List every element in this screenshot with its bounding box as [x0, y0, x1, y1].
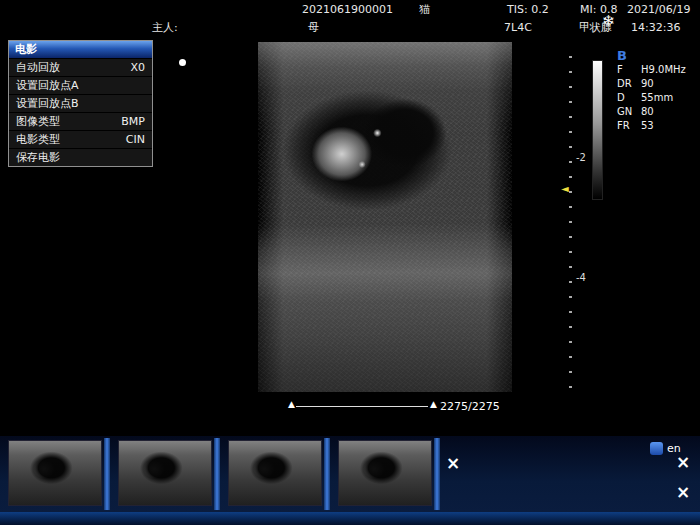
param-value: H9.0MHz [641, 64, 686, 75]
menu-item-auto-playback[interactable]: 自动回放 X0 [9, 58, 152, 76]
ultrasound-image[interactable] [258, 42, 512, 392]
menu-item-cine-type[interactable]: 电影类型 CIN [9, 130, 152, 148]
param-value: 53 [641, 120, 654, 131]
menu-item-image-type[interactable]: 图像类型 BMP [9, 112, 152, 130]
thumbnail-divider [104, 438, 110, 510]
menu-item-set-point-a[interactable]: 设置回放点A [9, 76, 152, 94]
thumbnail-divider [214, 438, 220, 510]
focus-marker-icon: ◄ [561, 184, 569, 194]
menu-item-label: 设置回放点B [16, 95, 79, 112]
param-frequency: F H9.0MHz [617, 64, 686, 75]
menu-item-label: 图像类型 [16, 113, 60, 130]
owner-label: 主人: [152, 22, 178, 34]
playback-start-marker-icon: ▲ [288, 400, 295, 409]
measurement-cursor-dot [179, 59, 186, 66]
param-label: D [617, 92, 641, 103]
param-value: 55mm [641, 92, 673, 103]
menu-item-save-cine[interactable]: 保存电影 [9, 148, 152, 166]
thumbnail-2[interactable] [118, 440, 212, 506]
menu-item-value: BMP [121, 113, 145, 130]
gender-label: 母 [308, 22, 319, 34]
thumbnail-divider [324, 438, 330, 510]
param-label: GN [617, 106, 641, 117]
depth-ruler [569, 56, 572, 388]
depth-label-4: -4 [576, 272, 586, 283]
cine-menu: 电影 自动回放 X0 设置回放点A 设置回放点B 图像类型 BMP 电影类型 C… [8, 40, 153, 167]
thumbnail-divider [434, 438, 440, 510]
tis-value: TIS: 0.2 [507, 4, 549, 16]
param-label: DR [617, 78, 641, 89]
species-label: 猫 [419, 4, 430, 16]
param-frame-rate: FR 53 [617, 120, 654, 131]
probe-label: 7L4C [504, 22, 532, 34]
playback-progress-bar[interactable] [296, 406, 428, 407]
thumbnail-4[interactable] [338, 440, 432, 506]
cine-menu-title: 电影 [9, 41, 152, 58]
param-gain: GN 80 [617, 106, 654, 117]
param-depth: D 55mm [617, 92, 673, 103]
time-label: 14:32:36 [631, 22, 680, 34]
param-value: 80 [641, 106, 654, 117]
close-icon-2[interactable]: × [676, 484, 690, 500]
param-label: F [617, 64, 641, 75]
thumbnail-1[interactable] [8, 440, 102, 506]
close-icon[interactable]: × [676, 454, 690, 470]
menu-item-label: 设置回放点A [16, 77, 79, 94]
thumbnail-3[interactable] [228, 440, 322, 506]
freeze-icon: ❄ [602, 12, 615, 30]
menu-item-label: 自动回放 [16, 59, 60, 76]
frame-counter: 2275/2275 [440, 400, 500, 413]
bottom-status-bar [0, 512, 700, 525]
depth-label-2: -2 [576, 152, 586, 163]
menu-item-value: X0 [130, 59, 145, 76]
playback-position-marker-icon: ▲ [430, 400, 437, 409]
menu-item-value: CIN [126, 131, 145, 148]
grayscale-bar [592, 60, 603, 200]
patient-id: 2021061900001 [302, 4, 393, 16]
delete-icon[interactable]: × [446, 455, 460, 471]
date-label: 2021/06/19 [627, 4, 690, 16]
menu-item-set-point-b[interactable]: 设置回放点B [9, 94, 152, 112]
menu-item-label: 保存电影 [16, 149, 60, 166]
param-value: 90 [641, 78, 654, 89]
param-dynamic-range: DR 90 [617, 78, 654, 89]
keyboard-icon [650, 442, 663, 455]
param-label: FR [617, 120, 641, 131]
menu-item-label: 电影类型 [16, 131, 60, 148]
mode-indicator: B [617, 48, 627, 63]
